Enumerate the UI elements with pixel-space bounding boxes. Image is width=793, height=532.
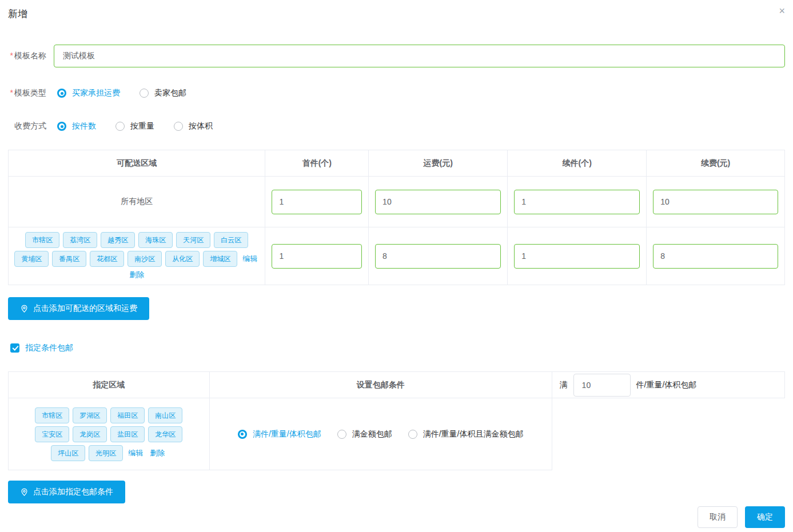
region-tag: 海珠区 bbox=[138, 232, 173, 248]
shipping-fee-table: 可配送区域 首件(个) 运费(元) 续件(个) 续费(元) 所有地区 市辖区 荔… bbox=[8, 150, 785, 285]
location-pin-icon bbox=[20, 488, 29, 497]
region-tag: 龙岗区 bbox=[73, 426, 107, 442]
header-deliverable-region: 可配送区域 bbox=[9, 150, 265, 177]
location-pin-icon bbox=[20, 305, 29, 313]
region-tag: 番禺区 bbox=[52, 251, 86, 267]
additional-fee-input[interactable] bbox=[653, 244, 778, 269]
additional-fee-input[interactable] bbox=[653, 190, 778, 214]
template-type-row: *模板类型 买家承担运费 卖家包邮 bbox=[8, 88, 785, 98]
region-tag: 白云区 bbox=[214, 232, 248, 248]
template-name-label: *模板名称 bbox=[8, 51, 46, 61]
region-tag-list: 市辖区 罗湖区 福田区 南山区 宝安区 龙岗区 盐田区 龙华区 坪山区 光明区 … bbox=[11, 403, 206, 466]
shipping-fee-input[interactable] bbox=[375, 244, 501, 269]
radio-by-weight[interactable]: 按重量 bbox=[115, 121, 154, 131]
region-tag: 南沙区 bbox=[127, 251, 162, 267]
threshold-setting: 满 件/重量/体积包邮 bbox=[560, 374, 784, 397]
charge-method-radio-group: 按件数 按重量 按体积 bbox=[57, 121, 232, 131]
region-tag: 花都区 bbox=[90, 251, 124, 267]
add-region-fee-button[interactable]: 点击添加可配送的区域和运费 bbox=[8, 297, 149, 320]
header-empty: 满 件/重量/体积包邮 bbox=[552, 372, 784, 398]
region-tag: 增城区 bbox=[203, 251, 237, 267]
close-icon[interactable]: × bbox=[779, 6, 785, 16]
header-designated-region: 指定区域 bbox=[9, 372, 210, 398]
charge-method-row: 收费方式 按件数 按重量 按体积 bbox=[8, 121, 785, 131]
region-tag: 市辖区 bbox=[35, 407, 69, 423]
radio-buyer-pays-shipping[interactable]: 买家承担运费 bbox=[57, 88, 120, 98]
region-tag-list: 市辖区 荔湾区 越秀区 海珠区 天河区 白云区 黄埔区 番禺区 花都区 南沙区 … bbox=[9, 227, 265, 285]
region-tag: 罗湖区 bbox=[73, 407, 107, 423]
radio-amount-free[interactable]: 满金额包邮 bbox=[337, 429, 392, 439]
radio-unselected-icon bbox=[174, 122, 183, 131]
region-tag: 越秀区 bbox=[101, 232, 135, 248]
template-type-radio-group: 买家承担运费 卖家包邮 bbox=[57, 88, 206, 98]
edit-region-link[interactable]: 编辑 bbox=[126, 448, 145, 458]
table-row-all-regions: 所有地区 bbox=[9, 177, 785, 227]
free-shipping-condition-table: 指定区域 设置包邮条件 满 件/重量/体积包邮 市辖区 罗湖区 福田区 bbox=[8, 371, 785, 470]
region-tag: 南山区 bbox=[148, 407, 182, 423]
header-first-qty: 首件(个) bbox=[265, 150, 369, 177]
region-cell: 所有地区 bbox=[9, 177, 265, 227]
required-asterisk: * bbox=[10, 51, 13, 60]
condition-radio-group: 满件/重量/体积包邮 满金额包邮 满件/重量/体积且满金额包邮 bbox=[210, 429, 552, 439]
region-tag: 龙华区 bbox=[148, 426, 182, 442]
threshold-suffix: 件/重量/体积包邮 bbox=[636, 380, 697, 390]
template-name-row: *模板名称 bbox=[8, 45, 785, 67]
delete-region-link[interactable]: 删除 bbox=[127, 270, 146, 280]
checkbox-checked-icon bbox=[10, 343, 19, 353]
header-additional-fee: 续费(元) bbox=[647, 150, 785, 177]
region-tag: 宝安区 bbox=[35, 426, 69, 442]
cancel-button[interactable]: 取消 bbox=[698, 506, 738, 528]
header-additional-qty: 续件(个) bbox=[508, 150, 647, 177]
delete-region-link[interactable]: 删除 bbox=[148, 448, 166, 458]
region-tag: 福田区 bbox=[110, 407, 145, 423]
dialog-title: 新增 bbox=[8, 8, 785, 21]
first-qty-input[interactable] bbox=[272, 244, 362, 269]
charge-method-label: 收费方式 bbox=[8, 121, 46, 131]
template-type-label: *模板类型 bbox=[8, 88, 46, 98]
radio-qty-and-amount-free[interactable]: 满件/重量/体积且满金额包邮 bbox=[408, 429, 524, 439]
radio-qty-weight-volume-free[interactable]: 满件/重量/体积包邮 bbox=[238, 429, 321, 439]
table-row-guangzhou-districts: 市辖区 荔湾区 越秀区 海珠区 天河区 白云区 黄埔区 番禺区 花都区 南沙区 … bbox=[9, 227, 785, 285]
radio-by-volume[interactable]: 按体积 bbox=[174, 121, 213, 131]
add-template-dialog: 新增 × *模板名称 *模板类型 买家承担运费 卖家包邮 收费方式 按件数 bbox=[0, 0, 793, 532]
radio-selected-icon bbox=[57, 89, 66, 98]
region-tag: 荔湾区 bbox=[63, 232, 97, 248]
radio-by-piece-count[interactable]: 按件数 bbox=[57, 121, 96, 131]
additional-qty-input[interactable] bbox=[514, 244, 640, 269]
radio-unselected-icon bbox=[408, 430, 417, 439]
first-qty-input[interactable] bbox=[272, 190, 362, 214]
table-row-shenzhen-districts: 市辖区 罗湖区 福田区 南山区 宝安区 龙岗区 盐田区 龙华区 坪山区 光明区 … bbox=[9, 398, 785, 470]
radio-unselected-icon bbox=[140, 89, 149, 98]
radio-unselected-icon bbox=[115, 122, 125, 131]
header-condition-setting: 设置包邮条件 bbox=[209, 372, 552, 398]
additional-qty-input[interactable] bbox=[514, 190, 640, 214]
threshold-value-input[interactable] bbox=[573, 374, 631, 397]
confirm-button[interactable]: 确定 bbox=[745, 506, 785, 528]
radio-unselected-icon bbox=[337, 430, 346, 439]
region-tag: 盐田区 bbox=[110, 426, 145, 442]
conditional-free-shipping-toggle[interactable]: 指定条件包邮 bbox=[10, 343, 785, 353]
dialog-footer: 取消 确定 bbox=[698, 506, 785, 528]
edit-region-link[interactable]: 编辑 bbox=[241, 254, 259, 264]
conditional-free-shipping-label: 指定条件包邮 bbox=[25, 343, 73, 353]
region-tag: 从化区 bbox=[165, 251, 200, 267]
template-name-input[interactable] bbox=[54, 45, 785, 67]
radio-selected-icon bbox=[57, 122, 66, 131]
region-tag: 光明区 bbox=[89, 445, 123, 461]
condition-table-header-row: 指定区域 设置包邮条件 满 件/重量/体积包邮 bbox=[9, 372, 785, 398]
region-tag: 天河区 bbox=[176, 232, 210, 248]
region-tag: 坪山区 bbox=[51, 445, 85, 461]
shipping-table-header-row: 可配送区域 首件(个) 运费(元) 续件(个) 续费(元) bbox=[9, 150, 785, 177]
required-asterisk: * bbox=[10, 88, 13, 97]
header-shipping-fee: 运费(元) bbox=[369, 150, 508, 177]
threshold-prefix: 满 bbox=[560, 380, 568, 390]
region-tag: 市辖区 bbox=[25, 232, 59, 248]
region-tag: 黄埔区 bbox=[14, 251, 49, 267]
shipping-fee-input[interactable] bbox=[375, 190, 501, 214]
add-free-shipping-condition-button[interactable]: 点击添加指定包邮条件 bbox=[8, 481, 125, 503]
radio-selected-icon bbox=[238, 430, 247, 439]
radio-seller-free-shipping[interactable]: 卖家包邮 bbox=[140, 88, 186, 98]
